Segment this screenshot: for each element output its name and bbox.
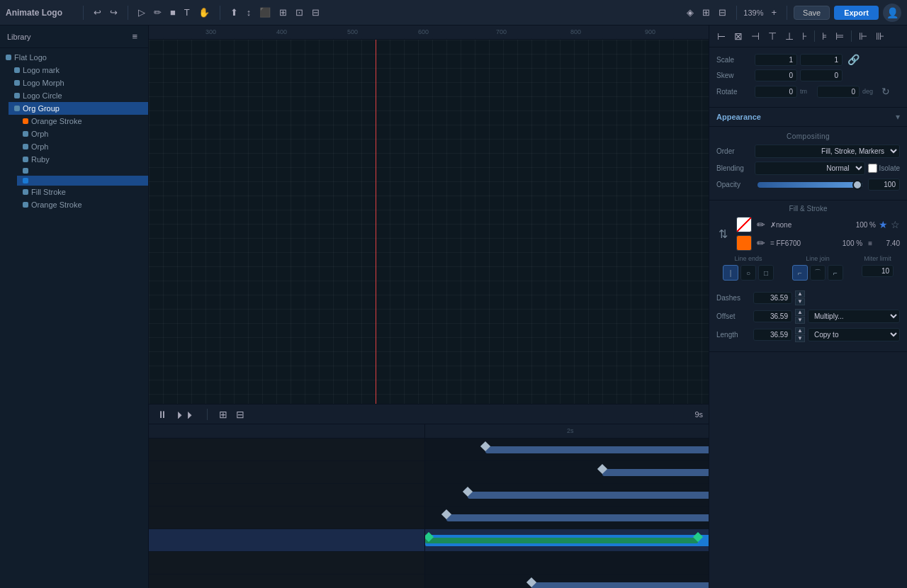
tl-view1[interactable]: ⊞: [216, 407, 230, 422]
order-select[interactable]: Fill, Stroke, Markers: [755, 145, 900, 158]
node-tool[interactable]: ◈: [683, 6, 697, 19]
zoom-plus[interactable]: +: [767, 6, 780, 19]
track-row-6[interactable]: [425, 552, 709, 575]
layer-item10[interactable]: [17, 176, 148, 186]
dashes-up[interactable]: ▲: [795, 290, 805, 298]
track-row-3[interactable]: [425, 484, 709, 507]
align-center-v[interactable]: ⊠: [731, 28, 746, 44]
align-middle-h[interactable]: ⊥: [782, 28, 797, 44]
offset-up[interactable]: ▲: [795, 309, 805, 316]
appearance-chevron[interactable]: ▾: [896, 112, 900, 122]
line-end-square[interactable]: □: [758, 265, 774, 281]
align-top[interactable]: ⬆: [227, 6, 242, 19]
align-extra[interactable]: ⊪: [872, 28, 888, 44]
offset-input[interactable]: [753, 310, 792, 322]
layers-panel: Flat Logo Logo mark Logo Morph Logo Circ…: [0, 48, 148, 588]
fill-star-solid[interactable]: ★: [879, 219, 888, 230]
offset-mode-select[interactable]: Multiply...: [808, 310, 900, 323]
align-right[interactable]: ⊣: [748, 28, 763, 44]
layer-logo-morph[interactable]: Logo Morph: [9, 77, 148, 89]
layer-org-group[interactable]: Org Group: [9, 102, 148, 115]
length-input[interactable]: [753, 329, 792, 341]
track-row-7[interactable]: [425, 575, 709, 588]
miter-limit[interactable]: [862, 265, 894, 277]
swap-button[interactable]: ⇅: [716, 227, 730, 242]
align-bottom[interactable]: ⬛: [256, 6, 274, 19]
offset-row: Offset ▲ ▼ Multiply...: [716, 309, 900, 324]
canvas[interactable]: [149, 40, 709, 404]
timeline-tracks[interactable]: 2s 4s 6s 8s: [425, 424, 709, 588]
redo-button[interactable]: ↪: [106, 6, 121, 19]
stroke-edit[interactable]: ✏: [755, 237, 767, 249]
track-row-4[interactable]: [425, 507, 709, 529]
fill-swatch[interactable]: [736, 217, 752, 232]
line-end-flat[interactable]: |: [723, 265, 738, 281]
align-spread[interactable]: ⊩: [855, 28, 871, 44]
text-tool[interactable]: T: [181, 6, 193, 19]
align-crop[interactable]: ⊞: [276, 6, 291, 19]
layer-logo-mark[interactable]: Logo mark: [9, 64, 148, 77]
skew-y[interactable]: [800, 69, 843, 81]
opacity-slider[interactable]: [757, 182, 862, 188]
fill-star-empty[interactable]: ☆: [891, 219, 900, 230]
length-down[interactable]: ▼: [795, 335, 805, 342]
layer-orange-stroke[interactable]: Orange Stroke: [17, 115, 148, 128]
layer-flat-logo[interactable]: Flat Logo: [0, 51, 148, 64]
align-bottom-h[interactable]: ⊦: [799, 28, 811, 44]
offset-down[interactable]: ▼: [795, 317, 805, 324]
track-row-1[interactable]: [425, 439, 709, 461]
scale-y[interactable]: [800, 54, 843, 66]
tl-view2[interactable]: ⊟: [233, 407, 247, 422]
play-forward[interactable]: ⏵⏵: [173, 407, 198, 422]
link-scale[interactable]: 🔗: [845, 53, 862, 66]
rotate-icon[interactable]: ↻: [879, 85, 892, 98]
layer-item9[interactable]: [17, 166, 148, 176]
align-flip[interactable]: ⊡: [292, 6, 307, 19]
scale-x[interactable]: [755, 54, 797, 66]
line-join-bevel[interactable]: ⌐: [828, 265, 843, 281]
line-join-miter[interactable]: ⌐: [792, 265, 808, 281]
dashes-input[interactable]: [753, 292, 792, 304]
align-center-h[interactable]: ↕: [243, 6, 255, 19]
layer-orange-stroke2[interactable]: Orange Stroke: [17, 198, 148, 211]
length-mode-select[interactable]: Copy to: [808, 328, 900, 341]
undo-button[interactable]: ↩: [90, 6, 105, 19]
opacity-value[interactable]: [868, 179, 900, 191]
grid-tool[interactable]: ⊞: [699, 6, 714, 19]
line-join-round[interactable]: ⌒: [810, 265, 826, 281]
align-group[interactable]: ⊟: [308, 6, 323, 19]
track-row-2[interactable]: [425, 461, 709, 484]
layer-orph2[interactable]: Orph: [17, 140, 148, 153]
pen-tool[interactable]: ✏: [150, 6, 165, 19]
fill-edit[interactable]: ✏: [755, 218, 767, 231]
save-button[interactable]: Save: [794, 6, 830, 20]
isolate-checkbox[interactable]: [868, 164, 877, 173]
play-pause[interactable]: ⏸: [154, 407, 170, 422]
align-top-h[interactable]: ⊤: [765, 28, 780, 44]
layer-orph1[interactable]: Orph: [17, 128, 148, 140]
length-up[interactable]: ▲: [795, 327, 805, 334]
export-button[interactable]: Export: [834, 6, 879, 20]
frame-tool[interactable]: ⊟: [715, 6, 730, 19]
skew-x[interactable]: [755, 69, 797, 81]
blending-select[interactable]: Normal: [755, 162, 865, 175]
track-row-5[interactable]: [425, 529, 709, 552]
align-distribute-v[interactable]: ⊨: [832, 28, 847, 44]
shape-tool[interactable]: ■: [167, 6, 179, 19]
rotate-x[interactable]: [755, 86, 797, 98]
stroke-swatch[interactable]: [736, 235, 752, 251]
canvas-grid: [149, 40, 709, 404]
layer-fill-stroke[interactable]: Fill Stroke: [17, 186, 148, 198]
dashes-down[interactable]: ▼: [795, 298, 805, 305]
user-avatar[interactable]: 👤: [883, 4, 901, 22]
layer-ruby[interactable]: Ruby: [17, 153, 148, 166]
layer-logo-circle[interactable]: Logo Circle: [9, 89, 148, 102]
select-tool[interactable]: ▷: [135, 6, 149, 19]
align-left[interactable]: ⊢: [714, 28, 729, 44]
rotate-y[interactable]: [817, 86, 860, 98]
opacity-thumb[interactable]: [852, 180, 862, 190]
sidebar-menu[interactable]: ≡: [128, 30, 141, 43]
line-end-round[interactable]: ○: [740, 265, 756, 281]
hand-tool[interactable]: ✋: [195, 6, 213, 19]
align-distribute-h[interactable]: ⊧: [818, 28, 830, 44]
